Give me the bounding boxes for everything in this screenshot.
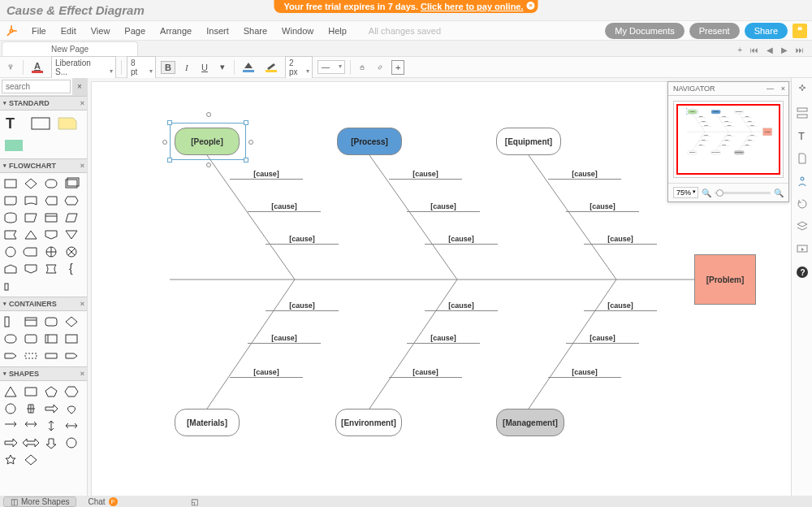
- flowchart-shape[interactable]: [22, 228, 40, 242]
- zoom-thumb[interactable]: [716, 189, 723, 197]
- menu-arrange[interactable]: Arrange: [154, 24, 197, 38]
- category-flowchart[interactable]: FLOWCHART×: [0, 158, 87, 173]
- text-color-icon[interactable]: A: [28, 59, 46, 75]
- basic-shape[interactable]: [22, 453, 40, 467]
- minimize-icon[interactable]: —: [767, 84, 774, 93]
- basic-shape[interactable]: [42, 436, 60, 450]
- category-equipment[interactable]: [Equipment]: [734, 110, 744, 114]
- line-style-select[interactable]: —: [317, 60, 345, 74]
- present-button[interactable]: Present: [689, 23, 740, 39]
- basic-shape[interactable]: [63, 384, 80, 399]
- problem-box[interactable]: [Problem]: [694, 254, 756, 305]
- more-shapes-button[interactable]: ◫ More Shapes: [3, 496, 76, 507]
- cause-label[interactable]: [cause]: [701, 125, 711, 127]
- font-family-select[interactable]: Liberation S...: [51, 56, 116, 79]
- cause-label[interactable]: [cause]: [230, 170, 303, 180]
- cause-label[interactable]: [cause]: [698, 140, 709, 141]
- close-icon[interactable]: ×: [781, 84, 785, 93]
- lock-icon[interactable]: [356, 63, 369, 72]
- flowchart-shape[interactable]: [22, 176, 40, 191]
- menu-view[interactable]: View: [85, 24, 116, 38]
- underline-button[interactable]: U: [198, 61, 211, 74]
- flowchart-shape[interactable]: [42, 262, 60, 276]
- flowchart-shape[interactable]: [2, 193, 19, 208]
- mydocuments-button[interactable]: My Documents: [605, 23, 684, 39]
- person-icon[interactable]: [795, 174, 810, 188]
- flowchart-shape[interactable]: [42, 245, 60, 259]
- flowchart-shape[interactable]: [63, 228, 80, 242]
- category-shapes[interactable]: SHAPES×: [0, 366, 87, 381]
- category-materials[interactable]: [Materials]: [175, 409, 240, 436]
- cause-label[interactable]: [cause]: [248, 202, 321, 212]
- prev-page-icon[interactable]: ◀: [765, 46, 775, 54]
- cause-label[interactable]: [cause]: [721, 120, 732, 122]
- cause-label[interactable]: [cause]: [696, 145, 706, 146]
- navigator-title[interactable]: NAVIGATOR — ×: [668, 82, 788, 96]
- shape-text[interactable]: T: [2, 114, 26, 133]
- flowchart-shape[interactable]: [22, 245, 40, 259]
- category-people[interactable]: [People]: [175, 128, 240, 155]
- expand-icon[interactable]: +: [391, 60, 404, 75]
- container-shape[interactable]: [42, 332, 60, 346]
- fill-color-icon[interactable]: [240, 60, 257, 74]
- cause-label[interactable]: [cause]: [747, 135, 758, 136]
- menu-file[interactable]: File: [26, 24, 52, 38]
- container-shape[interactable]: [42, 314, 60, 329]
- page-icon[interactable]: [795, 151, 810, 166]
- presentation-icon[interactable]: [795, 242, 810, 257]
- close-icon[interactable]: ×: [80, 370, 84, 378]
- add-page-icon[interactable]: +: [736, 46, 744, 54]
- cause-label[interactable]: [cause]: [747, 125, 758, 127]
- border-color-icon[interactable]: [262, 60, 280, 74]
- flowchart-shape[interactable]: {: [63, 262, 80, 276]
- basic-shape[interactable]: [2, 436, 19, 450]
- cause-label[interactable]: [cause]: [566, 202, 639, 212]
- container-shape[interactable]: [22, 314, 40, 329]
- container-shape[interactable]: [42, 349, 60, 363]
- cause-label[interactable]: [cause]: [389, 368, 462, 378]
- cause-label[interactable]: [cause]: [548, 368, 621, 378]
- category-process[interactable]: [Process]: [711, 110, 721, 114]
- first-page-icon[interactable]: ⏮: [749, 46, 760, 54]
- document-title[interactable]: Cause & Effect Diagram: [6, 3, 145, 17]
- category-materials[interactable]: [Materials]: [688, 150, 698, 154]
- category-containers[interactable]: CONTAINERS×: [0, 297, 87, 311]
- problem-box[interactable]: [Problem]: [763, 128, 772, 136]
- cause-label[interactable]: [cause]: [548, 170, 621, 180]
- search-clear-icon[interactable]: ×: [72, 78, 87, 95]
- flowchart-shape[interactable]: [63, 245, 80, 259]
- zoom-out-icon[interactable]: 🔍: [702, 188, 711, 197]
- cause-label[interactable]: [cause]: [723, 125, 734, 127]
- chat-button[interactable]: Chat F: [88, 497, 117, 506]
- navigator-preview[interactable]: [People] [Process] [Equipment] [Material…: [673, 101, 784, 178]
- container-shape[interactable]: [2, 332, 19, 346]
- container-shape[interactable]: [2, 349, 19, 363]
- menu-share[interactable]: Share: [238, 24, 273, 38]
- container-shape[interactable]: [63, 314, 80, 329]
- basic-shape[interactable]: [42, 418, 60, 433]
- flowchart-shape[interactable]: [42, 193, 60, 208]
- restore-icon[interactable]: ◱: [191, 497, 198, 506]
- menu-window[interactable]: Window: [276, 24, 319, 38]
- flowchart-shape[interactable]: [42, 210, 60, 225]
- cause-label[interactable]: [cause]: [745, 120, 755, 122]
- sparkle-icon[interactable]: [795, 83, 810, 98]
- container-shape[interactable]: [63, 332, 80, 346]
- cause-label[interactable]: [cause]: [407, 202, 480, 212]
- container-shape[interactable]: [2, 314, 19, 329]
- cause-label[interactable]: [cause]: [721, 140, 732, 141]
- flowchart-shape[interactable]: [63, 210, 80, 225]
- shape-block[interactable]: [2, 136, 26, 155]
- zoom-slider[interactable]: [715, 192, 771, 194]
- cause-label[interactable]: [cause]: [248, 334, 321, 344]
- category-management[interactable]: [Management]: [734, 150, 744, 154]
- tips-icon[interactable]: ❝: [793, 24, 807, 38]
- category-environment[interactable]: [Environment]: [335, 409, 402, 436]
- container-shape[interactable]: [22, 332, 40, 346]
- flowchart-shape[interactable]: [2, 210, 19, 225]
- basic-shape[interactable]: [42, 384, 60, 399]
- close-icon[interactable]: ×: [80, 162, 84, 170]
- container-shape[interactable]: [22, 349, 40, 363]
- history-icon[interactable]: [795, 197, 810, 211]
- menu-help[interactable]: Help: [322, 24, 352, 38]
